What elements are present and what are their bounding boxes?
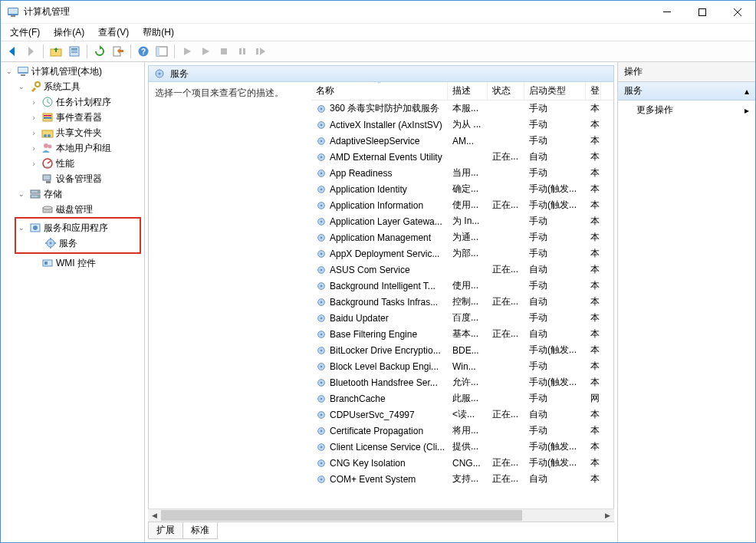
service-startup-cell: 自动 [524,295,586,308]
service-row[interactable]: Client License Service (Cli...提供...手动(触发… [311,439,613,455]
menu-help[interactable]: 帮助(H) [136,25,180,41]
tb-help[interactable]: ? [135,43,152,60]
col-name[interactable]: ⌃ 名称 [311,82,448,100]
menu-file[interactable]: 文件(F) [4,25,46,41]
services-list[interactable]: ⌃ 名称 描述 状态 启动类型 登 360 杀毒实时防护加载服务本服...手动本… [311,82,613,508]
tree-shared-folders[interactable]: 共享文件夹 [25,125,144,140]
tb-show-hide[interactable] [153,43,170,60]
tb-back[interactable] [4,43,21,60]
tree-task-scheduler[interactable]: 任务计划程序 [25,94,144,110]
minimize-button[interactable] [649,1,685,24]
close-button[interactable] [720,1,755,24]
tb-forward[interactable] [22,43,39,60]
tree-disk-management[interactable]: 磁盘管理 [25,202,144,217]
service-desc-cell: 为从 ... [448,118,488,131]
tree-local-users[interactable]: 本地用户和组 [25,140,144,156]
service-row[interactable]: Bluetooth Handsfree Ser...允许...手动(触发...本 [311,374,613,390]
service-row[interactable]: Certificate Propagation将用...手动本 [311,423,613,439]
tree-root[interactable]: 计算机管理(本地) [1,64,144,79]
scroll-track[interactable] [161,509,601,522]
tb-export[interactable] [110,43,127,60]
tb-refresh[interactable] [91,43,108,60]
expand-icon[interactable] [16,189,27,199]
service-row[interactable]: Application Management为通...手动本 [311,229,613,245]
menu-view[interactable]: 查看(V) [92,25,135,41]
tb-props[interactable] [66,43,83,60]
tb-restart-service[interactable] [252,43,269,60]
service-row[interactable]: CDPUserSvc_74997<读...正在...自动本 [311,406,613,423]
hscrollbar[interactable]: ◀ ▶ [148,508,614,522]
tb-start-service[interactable] [179,43,196,60]
svg-rect-26 [44,117,51,119]
svg-point-54 [320,107,323,110]
tab-extended[interactable]: 扩展 [148,522,183,539]
col-logon[interactable]: 登 [586,82,601,100]
service-row[interactable]: Application Layer Gatewa...为 In...手动本 [311,213,613,229]
actions-section-services[interactable]: 服务 ▴ [618,82,755,100]
service-row[interactable]: Base Filtering Engine基本...正在...自动本 [311,326,613,342]
scroll-thumb[interactable] [161,510,522,521]
tb-start2[interactable] [197,43,214,60]
tree-device-manager[interactable]: 设备管理器 [25,171,144,186]
service-row[interactable]: ActiveX Installer (AxInstSV)为从 ...手动本 [311,117,613,133]
service-row[interactable]: ASUS Com Service正在...自动本 [311,262,613,278]
svg-point-29 [48,134,51,137]
service-row[interactable]: Application Information使用...正在...手动(触发..… [311,197,613,213]
service-name-cell: Background Intelligent T... [311,281,448,291]
service-row[interactable]: CNG Key IsolationCNG...正在...手动(触发...本 [311,455,613,471]
service-row[interactable]: Application Identity确定...手动(触发...本 [311,181,613,197]
service-name: CNG Key Isolation [330,458,406,469]
maximize-button[interactable] [685,1,720,24]
action-more[interactable]: 更多操作 ▸ [618,100,755,120]
scroll-left[interactable]: ◀ [148,509,161,522]
expand-icon[interactable] [28,143,39,153]
service-row[interactable]: Baidu Updater百度...手动本 [311,310,613,326]
expand-icon[interactable] [4,66,15,77]
service-desc-cell: 此服... [448,392,488,405]
expand-icon[interactable] [16,81,27,92]
service-row[interactable]: Block Level Backup Engi...Win...手动本 [311,358,613,374]
service-row[interactable]: Background Tasks Infras...控制...正在...自动本 [311,294,613,310]
menu-action[interactable]: 操作(A) [48,25,90,41]
service-gear-icon [316,458,327,469]
tb-up[interactable] [48,43,64,60]
service-name-cell: ActiveX Installer (AxInstSV) [311,120,448,130]
service-status-cell: 正在... [488,295,524,308]
maximize-icon [698,8,706,16]
service-row[interactable]: BitLocker Drive Encryptio...BDE...手动(触发.… [311,342,613,358]
service-row[interactable]: AMD External Events Utility正在...自动本 [311,149,613,165]
scroll-right[interactable]: ▶ [601,509,614,522]
tree-services[interactable]: 服务 [28,235,140,251]
expand-icon[interactable] [28,112,39,123]
service-row[interactable]: COM+ Event System支持...正在...自动本 [311,471,613,487]
shared-folder-icon [41,127,54,139]
service-row[interactable]: AppX Deployment Servic...为部...手动本 [311,245,613,262]
back-arrow-icon [6,45,18,58]
services-rows[interactable]: 360 杀毒实时防护加载服务本服...手动本ActiveX Installer … [311,100,613,508]
tree-event-viewer[interactable]: 事件查看器 [25,110,144,125]
tab-standard[interactable]: 标准 [182,522,218,539]
tb-stop-service[interactable] [215,43,232,60]
service-row[interactable]: AdaptiveSleepServiceAM...手动本 [311,133,613,149]
tree-wmi[interactable]: WMI 控件 [25,255,144,271]
service-row[interactable]: App Readiness当用...手动本 [311,165,613,181]
service-row[interactable]: BranchCache此服...手动网 [311,390,613,406]
expand-icon[interactable] [28,158,39,169]
tree-performance[interactable]: 性能 [25,156,144,171]
tb-pause-service[interactable] [234,43,251,60]
expand-icon[interactable] [28,97,39,107]
service-status-cell: 正在... [488,408,524,421]
service-gear-icon [316,200,327,211]
expand-icon[interactable] [16,222,27,233]
services-columns: ⌃ 名称 描述 状态 启动类型 登 [311,82,613,100]
col-desc[interactable]: 描述 [448,82,488,100]
tree-pane[interactable]: 计算机管理(本地) 系统工具 任务计划程序 事件查看器 [1,62,145,542]
tree-system-tools[interactable]: 系统工具 [13,79,144,94]
expand-icon[interactable] [28,127,39,138]
tree-services-apps[interactable]: 服务和应用程序 [16,220,140,235]
col-status[interactable]: 状态 [488,82,524,100]
tree-storage[interactable]: 存储 [13,186,144,202]
service-row[interactable]: Background Intelligent T...使用...手动本 [311,278,613,294]
col-startup[interactable]: 启动类型 [524,82,586,100]
service-row[interactable]: 360 杀毒实时防护加载服务本服...手动本 [311,100,613,117]
